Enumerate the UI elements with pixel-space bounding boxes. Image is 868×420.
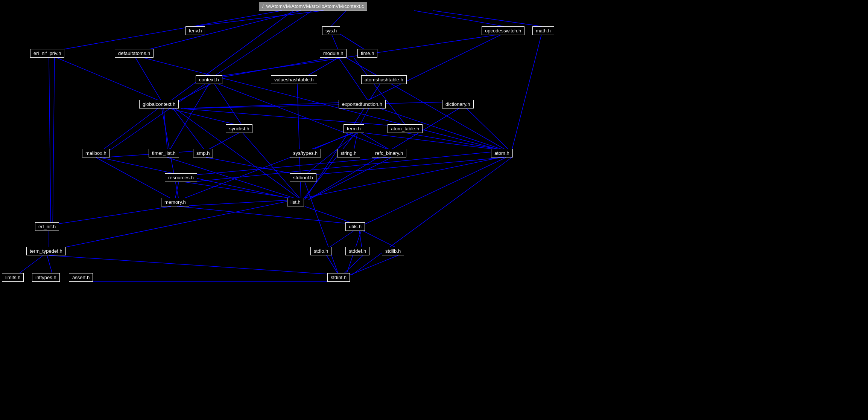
node-stdint-h: stdint.h: [327, 273, 350, 282]
node-stdio-h: stdio.h: [310, 247, 331, 255]
node-time-h: time.h: [357, 49, 377, 58]
node-assert-h: assert.h: [69, 273, 93, 282]
svg-line-49: [184, 182, 301, 200]
node-resources-h: resources.h: [165, 173, 197, 182]
svg-line-59: [327, 231, 354, 249]
node-sys-types-h: sys/types.h: [290, 149, 321, 157]
node-term-h: term.h: [344, 124, 364, 133]
svg-line-25: [184, 102, 365, 108]
node-utils-h: utils.h: [345, 222, 365, 231]
svg-line-55: [56, 206, 171, 224]
node-stddef-h: stddef.h: [345, 247, 369, 255]
svg-line-65: [47, 255, 53, 275]
svg-line-76: [135, 58, 162, 102]
svg-line-70: [342, 255, 363, 275]
node-context-h: context.h: [196, 75, 222, 84]
svg-line-53: [179, 206, 354, 224]
svg-line-61: [363, 231, 398, 249]
svg-line-32: [467, 108, 510, 151]
svg-line-18: [214, 84, 243, 126]
svg-line-11: [305, 58, 339, 77]
svg-line-72: [297, 84, 301, 200]
node-limits-h: limits.h: [2, 273, 24, 282]
node-exportedfunction-h: exportedfunction.h: [339, 100, 386, 108]
node-smp-h: smp.h: [193, 149, 213, 157]
node-refc-binary-h: refc_binary.h: [372, 149, 406, 157]
node-context-c: /_w/AtomVM/AtomVM/src/libAtomVM/context.…: [259, 2, 367, 11]
node-list-h: list.h: [287, 198, 304, 206]
node-sys-h: sys.h: [322, 26, 340, 35]
node-stdbool-h: stdbool.h: [290, 173, 316, 182]
svg-line-15: [177, 84, 211, 102]
svg-line-4: [55, 11, 282, 51]
node-atom-h: atom.h: [491, 149, 513, 157]
svg-line-8: [331, 33, 339, 51]
node-fenv-h: fenv.h: [185, 26, 205, 35]
node-opcodesswitch-h: opcodesswitch.h: [482, 26, 524, 35]
svg-line-14: [354, 58, 406, 126]
node-defaultatoms-h: defaultatoms.h: [115, 49, 154, 58]
svg-line-51: [309, 157, 391, 200]
svg-line-60: [359, 231, 362, 249]
svg-line-64: [49, 255, 341, 275]
svg-line-66: [365, 157, 506, 224]
svg-line-2: [414, 11, 504, 26]
svg-line-19: [169, 84, 209, 151]
svg-line-9: [339, 33, 367, 51]
node-term-typedef-h: term_typedef.h: [26, 247, 66, 255]
svg-line-3: [433, 11, 542, 26]
node-atomshashtable-h: atomshashtable.h: [361, 75, 407, 84]
svg-line-44: [96, 157, 173, 200]
node-erl-nif-h: erl_nif.h: [35, 222, 59, 231]
svg-line-17: [218, 84, 391, 151]
node-timer-list-h: timer_list.h: [149, 149, 179, 157]
node-atom-table-h: atom_table.h: [388, 124, 423, 133]
node-valueshashtable-h: valueshashtable.h: [271, 75, 317, 84]
svg-line-57: [53, 51, 55, 231]
svg-line-77: [49, 58, 51, 224]
svg-line-23: [173, 108, 205, 151]
node-globalcontext-h: globalcontext.h: [139, 100, 179, 108]
svg-line-20: [169, 108, 243, 126]
svg-line-35: [365, 133, 506, 151]
node-mailbox-h: mailbox.h: [82, 149, 110, 157]
node-stdlib-h: stdlib.h: [382, 247, 404, 255]
node-inttypes-h: inttypes.h: [32, 273, 60, 282]
svg-line-7: [169, 11, 293, 102]
dependency-graph-edges: [0, 0, 868, 420]
svg-line-78: [56, 58, 162, 102]
svg-line-24: [181, 108, 399, 126]
svg-line-63: [17, 255, 43, 275]
svg-line-0: [194, 11, 324, 26]
node-memory-h: memory.h: [161, 198, 189, 206]
svg-line-83: [512, 33, 542, 151]
svg-line-5: [143, 11, 301, 51]
svg-line-12: [346, 58, 380, 77]
svg-line-34: [206, 133, 239, 151]
svg-line-81: [365, 33, 504, 102]
node-math-h: math.h: [532, 26, 554, 35]
node-module-h: module.h: [320, 49, 347, 58]
svg-line-71: [305, 182, 339, 275]
svg-line-21: [102, 108, 158, 151]
svg-line-1: [331, 11, 346, 26]
node-synclist-h: synclist.h: [226, 124, 252, 133]
svg-line-68: [352, 157, 512, 275]
node-string-h: string.h: [337, 149, 360, 157]
node-erl-nif-priv-h: erl_nif_priv.h: [30, 49, 64, 58]
node-dictionary-h: dictionary.h: [442, 100, 474, 108]
